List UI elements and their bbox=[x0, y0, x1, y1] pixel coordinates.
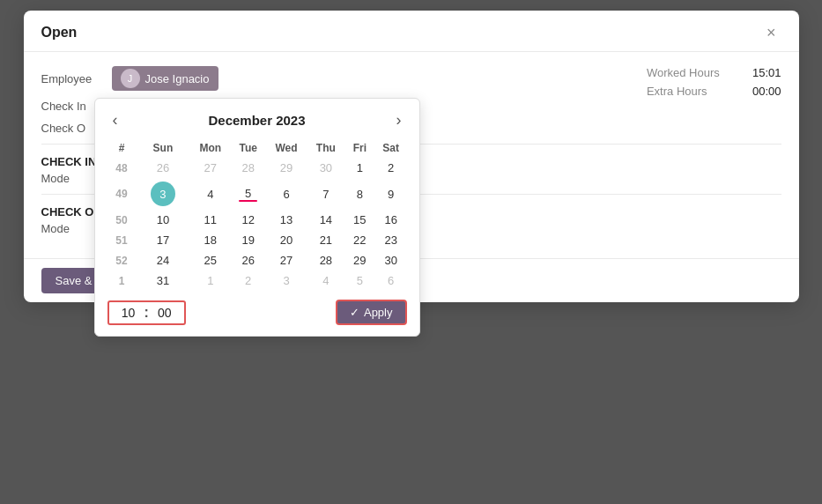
calendar-week-row: 5224252627282930 bbox=[107, 250, 407, 271]
calendar-day[interactable]: 12 bbox=[231, 210, 265, 230]
calendar-header: ‹ December 2023 › bbox=[107, 111, 407, 130]
calendar-day[interactable]: 7 bbox=[307, 178, 344, 210]
sat-header: Sat bbox=[375, 138, 407, 158]
calendar-day[interactable]: 22 bbox=[344, 230, 375, 250]
calendar-day[interactable]: 11 bbox=[189, 210, 231, 230]
worked-hours-value: 15:01 bbox=[752, 66, 781, 79]
calendar-day[interactable]: 3 bbox=[137, 178, 190, 210]
mon-header: Mon bbox=[189, 138, 231, 158]
calendar-day[interactable]: 30 bbox=[375, 250, 407, 271]
calendar-day[interactable]: 23 bbox=[375, 230, 407, 250]
calendar-day[interactable]: 28 bbox=[307, 250, 344, 271]
calendar-day[interactable]: 1 bbox=[344, 158, 375, 178]
week-number: 49 bbox=[107, 178, 137, 210]
modal-header: Open × bbox=[24, 11, 799, 52]
calendar-day[interactable]: 10 bbox=[137, 210, 190, 230]
calendar-popup: ‹ December 2023 › # Sun Mon Tue Wed Thu bbox=[94, 98, 420, 337]
apply-label: Apply bbox=[364, 306, 393, 319]
time-separator: : bbox=[144, 305, 149, 321]
calendar-day[interactable]: 6 bbox=[375, 271, 407, 291]
calendar-weekday-row: # Sun Mon Tue Wed Thu Fri Sat bbox=[107, 138, 407, 158]
week-number: 52 bbox=[107, 250, 137, 271]
calendar-day[interactable]: 19 bbox=[231, 230, 265, 250]
calendar-day[interactable]: 26 bbox=[137, 158, 190, 178]
calendar-day[interactable]: 21 bbox=[307, 230, 344, 250]
calendar-week-row: 5117181920212223 bbox=[107, 230, 407, 250]
calendar-day[interactable]: 13 bbox=[265, 210, 307, 230]
week-number: 48 bbox=[107, 158, 137, 178]
minute-input[interactable] bbox=[152, 306, 177, 320]
calendar-day[interactable]: 25 bbox=[189, 250, 231, 271]
calendar-day[interactable]: 4 bbox=[189, 178, 231, 210]
calendar-day[interactable]: 16 bbox=[375, 210, 407, 230]
calendar-day[interactable]: 27 bbox=[189, 158, 231, 178]
employee-name: Jose Ignacio bbox=[145, 72, 210, 85]
calendar-day[interactable]: 20 bbox=[265, 230, 307, 250]
apply-button[interactable]: ✓ Apply bbox=[336, 300, 407, 325]
sun-header: Sun bbox=[137, 138, 190, 158]
modal-dialog: Open × Worked Hours 15:01 Extra Hours 00… bbox=[24, 11, 799, 302]
time-input-group[interactable]: : bbox=[107, 300, 186, 325]
calendar-day[interactable]: 14 bbox=[307, 210, 344, 230]
calendar-day[interactable]: 15 bbox=[344, 210, 375, 230]
calendar-grid: # Sun Mon Tue Wed Thu Fri Sat 4826272829… bbox=[107, 138, 407, 291]
calendar-day[interactable]: 5 bbox=[344, 271, 375, 291]
calendar-day[interactable]: 2 bbox=[375, 158, 407, 178]
calendar-week-row: 131123456 bbox=[107, 271, 407, 291]
employee-label: Employee bbox=[41, 72, 112, 85]
avatar: J bbox=[121, 69, 140, 88]
hour-input[interactable] bbox=[116, 306, 141, 320]
calendar-day[interactable]: 29 bbox=[265, 158, 307, 178]
calendar-day[interactable]: 17 bbox=[137, 230, 190, 250]
calendar-day[interactable]: 6 bbox=[265, 178, 307, 210]
thu-header: Thu bbox=[307, 138, 344, 158]
calendar-week-row: 48262728293012 bbox=[107, 158, 407, 178]
calendar-day[interactable]: 29 bbox=[344, 250, 375, 271]
calendar-day[interactable]: 26 bbox=[231, 250, 265, 271]
calendar-day[interactable]: 18 bbox=[189, 230, 231, 250]
calendar-day[interactable]: 27 bbox=[265, 250, 307, 271]
calendar-day[interactable]: 2 bbox=[231, 271, 265, 291]
prev-month-button[interactable]: ‹ bbox=[107, 111, 123, 130]
worked-hours-label: Worked Hours bbox=[647, 66, 735, 79]
wed-header: Wed bbox=[265, 138, 307, 158]
time-row: : ✓ Apply bbox=[107, 300, 407, 325]
calendar-day[interactable]: 3 bbox=[265, 271, 307, 291]
close-button[interactable]: × bbox=[761, 23, 781, 42]
calendar-day[interactable]: 1 bbox=[189, 271, 231, 291]
calendar-day[interactable]: 8 bbox=[344, 178, 375, 210]
calendar-day[interactable]: 9 bbox=[375, 178, 407, 210]
extra-hours-row: Extra Hours 00:00 bbox=[647, 85, 781, 98]
calendar-day[interactable]: 5 bbox=[231, 178, 265, 210]
calendar-day[interactable]: 30 bbox=[307, 158, 344, 178]
calendar-week-row: 5010111213141516 bbox=[107, 210, 407, 230]
modal-overlay: Open × Worked Hours 15:01 Extra Hours 00… bbox=[0, 0, 822, 504]
next-month-button[interactable]: › bbox=[390, 111, 406, 130]
modal-body: Worked Hours 15:01 Extra Hours 00:00 Emp… bbox=[24, 52, 799, 258]
calendar-week-row: 493456789 bbox=[107, 178, 407, 210]
calendar-day[interactable]: 28 bbox=[231, 158, 265, 178]
week-number: 1 bbox=[107, 271, 137, 291]
week-number: 50 bbox=[107, 210, 137, 230]
right-info-panel: Worked Hours 15:01 Extra Hours 00:00 bbox=[647, 66, 781, 103]
extra-hours-value: 00:00 bbox=[752, 85, 781, 98]
extra-hours-label: Extra Hours bbox=[647, 85, 735, 98]
modal-title: Open bbox=[41, 25, 78, 41]
week-num-header: # bbox=[107, 138, 137, 158]
calendar-day[interactable]: 31 bbox=[137, 271, 190, 291]
calendar-day[interactable]: 4 bbox=[307, 271, 344, 291]
worked-hours-row: Worked Hours 15:01 bbox=[647, 66, 781, 79]
week-number: 51 bbox=[107, 230, 137, 250]
employee-badge: J Jose Ignacio bbox=[112, 66, 218, 91]
check-icon: ✓ bbox=[350, 306, 359, 319]
calendar-month-title: December 2023 bbox=[208, 113, 305, 128]
fri-header: Fri bbox=[344, 138, 375, 158]
tue-header: Tue bbox=[231, 138, 265, 158]
calendar-day[interactable]: 24 bbox=[137, 250, 190, 271]
